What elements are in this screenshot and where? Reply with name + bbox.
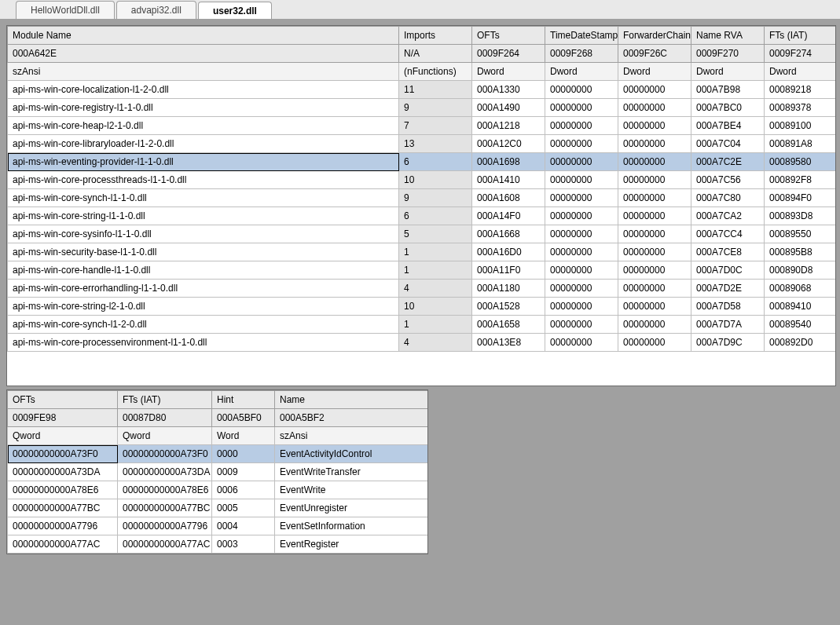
imports-cell[interactable]: 00000000 (545, 171, 618, 189)
imports-cell[interactable]: 00000000 (545, 280, 618, 298)
functions-cell[interactable]: EventWriteTransfer (275, 463, 429, 481)
tab-user32-dll[interactable]: user32.dll (198, 2, 272, 20)
functions-meta-cell[interactable]: 00087D80 (118, 409, 212, 427)
imports-cell[interactable]: 000A1410 (472, 171, 545, 189)
functions-type-cell[interactable]: Word (212, 427, 275, 445)
imports-cell[interactable]: 4 (399, 280, 472, 298)
functions-cell[interactable]: 00000000000A77BC (8, 499, 118, 517)
imports-cell[interactable]: 000A16D0 (472, 243, 545, 261)
imports-cell[interactable]: 000A11F0 (472, 261, 545, 280)
imports-type-cell[interactable]: Dword (472, 63, 545, 81)
functions-meta-cell[interactable]: 0009FE98 (8, 409, 118, 427)
functions-row[interactable]: 00000000000A77BC00000000000A77BC0005Even… (8, 499, 429, 517)
imports-type-cell[interactable]: Dword (618, 63, 691, 81)
functions-cell[interactable]: 0005 (212, 499, 275, 517)
imports-cell[interactable]: 00089100 (765, 117, 837, 135)
imports-type-cell[interactable]: Dword (765, 63, 837, 81)
imports-cell[interactable]: 00000000 (545, 261, 618, 280)
imports-cell[interactable]: 000A7C56 (691, 171, 765, 189)
imports-cell[interactable]: api-ms-win-core-localization-l1-2-0.dll (8, 81, 399, 99)
functions-cell[interactable]: 00000000000A77AC (118, 535, 212, 554)
tab-advapi32-dll[interactable]: advapi32.dll (116, 1, 196, 19)
imports-cell[interactable]: 6 (399, 207, 472, 225)
imports-row[interactable]: api-ms-win-core-string-l2-1-0.dll10000A1… (8, 298, 837, 316)
imports-cell[interactable]: 000A7B98 (691, 81, 765, 99)
imports-row[interactable]: api-ms-win-core-errorhandling-l1-1-0.dll… (8, 280, 837, 298)
imports-cell[interactable]: 000894F0 (765, 189, 837, 207)
imports-col-header[interactable]: ForwarderChain (618, 27, 691, 45)
imports-cell[interactable]: api-ms-win-core-synch-l1-2-0.dll (8, 316, 399, 334)
imports-cell[interactable]: 000A1698 (472, 153, 545, 171)
imports-cell[interactable]: 000A7D0C (691, 261, 765, 280)
imports-cell[interactable]: 00000000 (545, 207, 618, 225)
imports-row[interactable]: api-ms-win-core-sysinfo-l1-1-0.dll5000A1… (8, 225, 837, 243)
imports-row[interactable]: api-ms-win-core-processenvironment-l1-1-… (8, 334, 837, 352)
functions-cell[interactable]: 00000000000A73DA (8, 463, 118, 481)
functions-cell[interactable]: 0006 (212, 481, 275, 499)
imports-cell[interactable]: 00000000 (618, 243, 691, 261)
functions-cell[interactable]: 00000000000A73F0 (8, 445, 118, 463)
imports-cell[interactable]: 000A1528 (472, 298, 545, 316)
functions-cell[interactable]: EventWrite (275, 481, 429, 499)
functions-col-header[interactable]: Name (275, 391, 429, 409)
functions-cell[interactable]: 00000000000A77AC (8, 535, 118, 554)
imports-cell[interactable]: 000A1180 (472, 280, 545, 298)
functions-cell[interactable]: 00000000000A73F0 (118, 445, 212, 463)
imports-cell[interactable]: api-ms-win-core-errorhandling-l1-1-0.dll (8, 280, 399, 298)
imports-type-cell[interactable]: Dword (545, 63, 618, 81)
imports-cell[interactable]: 000A13E8 (472, 334, 545, 352)
imports-cell[interactable]: 00000000 (545, 316, 618, 334)
imports-cell[interactable]: 000A1668 (472, 225, 545, 243)
functions-cell[interactable]: 0009 (212, 463, 275, 481)
imports-row[interactable]: api-ms-win-core-heap-l2-1-0.dll7000A1218… (8, 117, 837, 135)
imports-meta-cell[interactable]: 0009F26C (618, 45, 691, 63)
functions-cell[interactable]: 0000 (212, 445, 275, 463)
functions-cell[interactable]: 00000000000A7796 (118, 517, 212, 535)
imports-col-header[interactable]: FTs (IAT) (765, 27, 837, 45)
tab-HelloWorldDll-dll[interactable]: HelloWorldDll.dll (16, 1, 115, 19)
imports-cell[interactable]: api-ms-win-core-registry-l1-1-0.dll (8, 99, 399, 117)
imports-cell[interactable]: 9 (399, 189, 472, 207)
functions-cell[interactable]: EventUnregister (275, 499, 429, 517)
imports-cell[interactable]: 000892D0 (765, 334, 837, 352)
imports-cell[interactable]: 00000000 (545, 225, 618, 243)
functions-meta-cell[interactable]: 000A5BF0 (212, 409, 275, 427)
imports-cell[interactable]: 00000000 (545, 243, 618, 261)
imports-col-header[interactable]: Imports (399, 27, 472, 45)
imports-cell[interactable]: api-ms-win-core-processthreads-l1-1-0.dl… (8, 171, 399, 189)
imports-cell[interactable]: 00000000 (618, 334, 691, 352)
imports-cell[interactable]: 000895B8 (765, 243, 837, 261)
imports-row[interactable]: api-ms-win-core-libraryloader-l1-2-0.dll… (8, 135, 837, 153)
imports-meta-cell[interactable]: 0009F270 (691, 45, 765, 63)
imports-cell[interactable]: 10 (399, 298, 472, 316)
imports-row[interactable]: api-ms-win-core-localization-l1-2-0.dll1… (8, 81, 837, 99)
imports-cell[interactable]: 00000000 (618, 99, 691, 117)
imports-cell[interactable]: 000A7C80 (691, 189, 765, 207)
imports-cell[interactable]: 000A1218 (472, 117, 545, 135)
functions-col-header[interactable]: FTs (IAT) (118, 391, 212, 409)
imports-cell[interactable]: 00000000 (618, 117, 691, 135)
functions-col-header[interactable]: Hint (212, 391, 275, 409)
imports-cell[interactable]: 000A1330 (472, 81, 545, 99)
imports-meta-cell[interactable]: N/A (399, 45, 472, 63)
imports-cell[interactable]: 00089218 (765, 81, 837, 99)
imports-cell[interactable]: 13 (399, 135, 472, 153)
imports-cell[interactable]: 00000000 (618, 135, 691, 153)
imports-cell[interactable]: 00000000 (545, 99, 618, 117)
imports-cell[interactable]: 000A7CC4 (691, 225, 765, 243)
imports-cell[interactable]: 000A7C04 (691, 135, 765, 153)
functions-col-header[interactable]: OFTs (8, 391, 118, 409)
functions-cell[interactable]: 00000000000A7796 (8, 517, 118, 535)
imports-cell[interactable]: 10 (399, 171, 472, 189)
functions-row[interactable]: 00000000000A77AC00000000000A77AC0003Even… (8, 535, 429, 554)
imports-cell[interactable]: 000A7D2E (691, 280, 765, 298)
functions-type-cell[interactable]: Qword (118, 427, 212, 445)
functions-grid[interactable]: OFTsFTs (IAT)HintName 0009FE9800087D8000… (6, 389, 428, 554)
imports-cell[interactable]: 00089550 (765, 225, 837, 243)
imports-cell[interactable]: 00000000 (618, 280, 691, 298)
functions-type-cell[interactable]: szAnsi (275, 427, 429, 445)
functions-cell[interactable]: 00000000000A77BC (118, 499, 212, 517)
imports-cell[interactable]: 000A7CA2 (691, 207, 765, 225)
imports-cell[interactable]: 000A7C2E (691, 153, 765, 171)
imports-cell[interactable]: 000891A8 (765, 135, 837, 153)
